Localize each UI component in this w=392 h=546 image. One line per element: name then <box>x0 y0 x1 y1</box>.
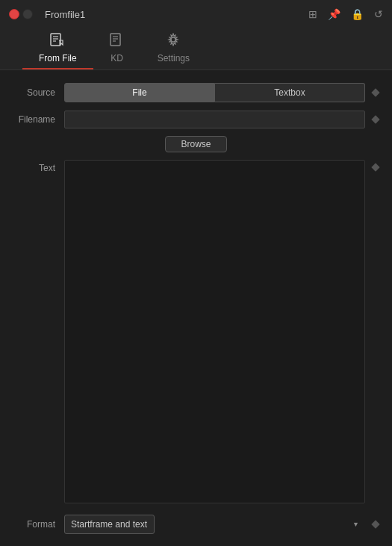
format-diamond-icon <box>371 520 380 529</box>
pin-icon[interactable]: 📌 <box>328 8 340 20</box>
refresh-icon[interactable]: ↺ <box>374 8 383 20</box>
titlebar: Fromfile1 ⊞ 📌 🔒 ↺ <box>0 0 392 28</box>
browse-row: Browse <box>0 136 392 152</box>
text-label: Text <box>12 160 64 173</box>
filename-input[interactable] <box>64 111 365 128</box>
window-icon[interactable]: ⊞ <box>308 8 317 20</box>
close-button[interactable] <box>9 9 19 19</box>
svg-point-8 <box>171 37 175 42</box>
tab-settings[interactable]: Settings <box>141 33 206 69</box>
titlebar-controls: ⊞ 📌 🔒 ↺ <box>308 8 383 20</box>
format-label: Format <box>12 519 64 530</box>
tab-kd-label: KD <box>111 53 123 63</box>
format-select[interactable]: Startframe and text Frame and text Text … <box>64 515 155 534</box>
format-row: Format Startframe and text Frame and tex… <box>0 515 392 534</box>
tab-from-file[interactable]: From File <box>22 33 93 69</box>
traffic-lights <box>9 9 33 19</box>
svg-rect-0 <box>51 34 60 46</box>
source-textbox-button[interactable]: Textbox <box>215 83 365 102</box>
tabbar: From File KD Settings <box>0 28 392 70</box>
text-diamond-icon <box>371 163 380 172</box>
source-label: Source <box>12 87 64 98</box>
text-row: Text <box>0 160 392 509</box>
source-content: File Textbox <box>64 83 365 102</box>
browse-button[interactable]: Browse <box>165 136 226 152</box>
source-file-button[interactable]: File <box>64 83 215 102</box>
format-select-wrapper: Startframe and text Frame and text Text … <box>64 515 365 534</box>
tab-settings-label: Settings <box>158 53 190 63</box>
filename-content <box>64 111 365 128</box>
kd-icon <box>110 33 125 49</box>
settings-icon <box>166 33 181 49</box>
source-row: Source File Textbox <box>0 82 392 103</box>
from-file-icon <box>50 33 65 49</box>
tab-kd[interactable]: KD <box>93 33 141 69</box>
filename-label: Filename <box>12 114 64 125</box>
filename-row: Filename <box>0 109 392 130</box>
source-diamond-icon <box>371 88 380 97</box>
main-content: Source File Textbox Filename Browse Text… <box>0 70 392 546</box>
source-buttons: File Textbox <box>64 83 365 102</box>
text-textarea[interactable] <box>64 160 365 503</box>
minimize-button[interactable] <box>22 9 33 19</box>
tab-from-file-label: From File <box>39 53 77 63</box>
lock-icon[interactable]: 🔒 <box>351 8 364 20</box>
text-area-content <box>64 160 365 503</box>
svg-rect-4 <box>111 34 120 46</box>
filename-diamond-icon <box>371 115 380 124</box>
window-title: Fromfile1 <box>45 9 85 20</box>
